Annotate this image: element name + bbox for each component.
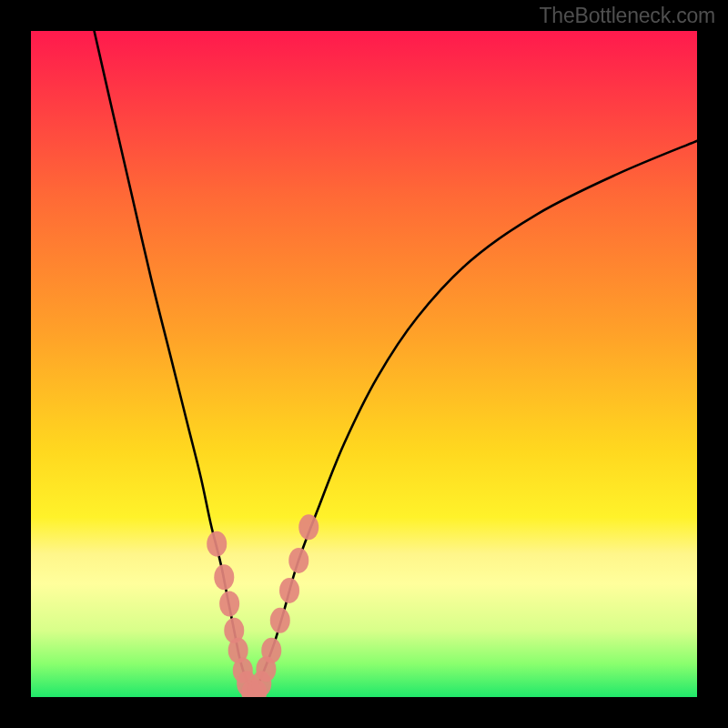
chart-svg xyxy=(31,31,697,697)
chart-frame: TheBottleneck.com xyxy=(0,0,728,728)
plot-area xyxy=(31,31,697,697)
marker-point xyxy=(214,564,234,590)
marker-point xyxy=(270,608,290,633)
marker-point xyxy=(219,592,239,617)
marker-point xyxy=(207,531,227,557)
marker-point xyxy=(261,638,281,663)
marker-point xyxy=(298,514,318,540)
marker-point xyxy=(279,578,299,603)
attribution-text: TheBottleneck.com xyxy=(540,4,715,28)
marker-point xyxy=(288,548,308,573)
curve-right-branch xyxy=(253,141,697,694)
